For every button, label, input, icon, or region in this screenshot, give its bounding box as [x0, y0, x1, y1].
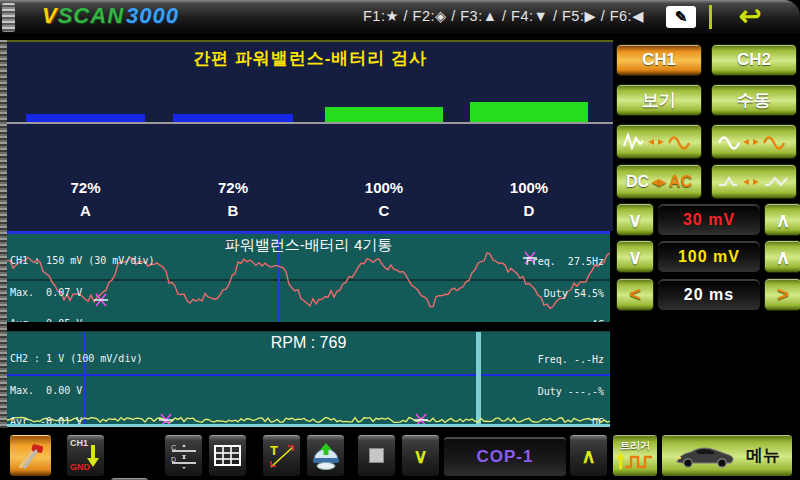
ch2-duty: Duty ---.-%: [538, 387, 604, 398]
logo-model: 3000: [126, 3, 179, 28]
manual-label: 수동: [737, 89, 771, 112]
cursor-lines-button[interactable]: C D: [164, 434, 203, 477]
svg-text:T: T: [270, 443, 278, 458]
mode-value: COP-1: [477, 447, 534, 467]
edit-button[interactable]: ✎: [666, 6, 696, 28]
bezel-hinge: [2, 3, 15, 32]
chevron-down-icon: ∨: [413, 444, 428, 468]
ch2-avr: Avr. -0.01 V: [10, 417, 142, 427]
ch1-freq: Freq. 27.5Hz: [526, 257, 604, 268]
view-label: 보기: [642, 89, 676, 112]
cylinder-percent-A: 72%: [26, 179, 146, 196]
trigger-label: 트리거: [620, 440, 650, 451]
scope-control-sidebar: CH1 CH2 보기 수동: [613, 40, 800, 325]
timebase-left-button[interactable]: <: [616, 278, 654, 311]
cylinder-bar-C: [325, 107, 443, 122]
mode-up-button[interactable]: ∧: [569, 434, 608, 477]
back-button[interactable]: ↩: [728, 0, 772, 32]
sine-to-sine-icon: [716, 131, 792, 153]
chevron-left-icon: <: [629, 283, 641, 306]
noise-to-smooth-wave-button[interactable]: [616, 124, 702, 159]
trigger-slope-button[interactable]: T: [262, 434, 301, 477]
ch1-avr: Avr. 0.05 V: [10, 319, 155, 322]
trigger-wave-icon: [615, 451, 655, 471]
swap-arrows-icon: ◀▶: [652, 177, 666, 187]
stop-square-icon: [369, 448, 384, 463]
ch1-toolbar-label: CH1: [70, 438, 88, 448]
timebase-value: 20 ms: [684, 286, 734, 304]
slope-select-icon: [716, 171, 792, 193]
tools-icon: [16, 441, 46, 471]
svg-text:D: D: [171, 456, 176, 463]
ch2-coupling: DC: [538, 418, 604, 427]
volt-coarse-up-button[interactable]: ∧: [764, 240, 800, 273]
ch1-freq-duty: Freq. 27.5Hz Duty 54.5% AC: [526, 236, 604, 322]
dc-ac-coupling-button[interactable]: DC ◀▶ AC: [616, 164, 702, 199]
grid-toggle-button[interactable]: [208, 434, 247, 477]
sine-to-sine-wave-button[interactable]: [711, 124, 797, 159]
power-balance-panel: 간편 파워밸런스-배터리 검사 72%A72%B100%C100%D: [7, 40, 613, 231]
ch1-select-button[interactable]: CH1: [616, 44, 702, 76]
cylinder-percent-B: 72%: [173, 179, 293, 196]
menu-label: 메뉴: [746, 444, 780, 467]
volt-fine-value: 30 mV: [683, 211, 735, 229]
chevron-down-icon: ∨: [628, 245, 643, 269]
mode-display[interactable]: COP-1: [443, 436, 567, 477]
ch1-select-label: CH1: [642, 50, 676, 70]
ch1-gnd-label: GND: [70, 462, 90, 472]
ch2-select-button[interactable]: CH2: [711, 44, 797, 76]
ch2-range: CH2 : 1 V (100 mV/div): [10, 354, 142, 365]
dc-label: DC: [626, 173, 649, 191]
save-eject-icon: [311, 442, 341, 470]
timebase-display: 20 ms: [657, 278, 761, 311]
chevron-right-icon: >: [777, 283, 789, 306]
chevron-up-icon: ∧: [776, 245, 791, 269]
ch2-readout: CH2 : 1 V (100 mV/div) Max. 0.00 V Avr. …: [10, 333, 142, 427]
slope-select-button[interactable]: [711, 164, 797, 199]
ch1-range: CH1 : 150 mV (30 mV/div): [10, 256, 155, 267]
ch2-freq: Freq. -.-Hz: [538, 355, 604, 366]
ch1-max: Max. 0.07 V: [10, 288, 155, 299]
view-button[interactable]: 보기: [616, 84, 702, 116]
cylinder-percent-D: 100%: [469, 179, 589, 196]
chevron-down-icon: ∨: [628, 208, 643, 232]
tools-button[interactable]: [9, 434, 52, 477]
volt-coarse-down-button[interactable]: ∨: [616, 240, 654, 273]
ac-label: AC: [669, 173, 692, 191]
car-icon: [674, 442, 740, 470]
logo-brand-rest: SCAN: [58, 3, 124, 28]
cylinder-letter-C: C: [324, 202, 444, 219]
ch2-scope-panel: CH2 : 1 V (100 mV/div) Max. 0.00 V Avr. …: [7, 331, 610, 427]
volt-fine-down-button[interactable]: ∨: [616, 203, 654, 236]
ch1-duty: Duty 54.5%: [526, 289, 604, 300]
trigger-slope-icon: T: [268, 443, 296, 469]
title-bar: VSCAN3000 F1:★ / F2:◈ / F3:▲ / F4:▼ / F5…: [0, 0, 800, 36]
noise-to-smooth-icon: [621, 131, 697, 153]
manual-button[interactable]: 수동: [711, 84, 797, 116]
cylinder-bar-D: [470, 102, 588, 122]
test-title: 간편 파워밸런스-배터리 검사: [7, 47, 613, 70]
cylinder-letter-D: D: [469, 202, 589, 219]
stop-button[interactable]: [357, 434, 396, 477]
menu-button[interactable]: 메뉴: [661, 434, 793, 477]
logo-brand-v: V: [42, 3, 58, 28]
bottom-toolbar: CH1 GND CH2 GND C D: [0, 433, 800, 479]
cylinder-bar-B: [173, 114, 293, 122]
mode-down-button[interactable]: ∨: [401, 434, 440, 477]
ch2-max: Max. 0.00 V: [10, 386, 142, 397]
ch1-ground-button[interactable]: CH1 GND: [66, 434, 105, 477]
volt-fine-up-button[interactable]: ∧: [764, 203, 800, 236]
ch2-select-label: CH2: [737, 50, 771, 70]
back-arrow-icon: ↩: [739, 0, 762, 32]
volt-coarse-value: 100 mV: [678, 248, 740, 266]
timebase-right-button[interactable]: >: [764, 278, 800, 311]
cylinder-letter-A: A: [26, 202, 146, 219]
ch1-scope-panel: CH1 : 150 mV (30 mV/div) Max. 0.07 V Avr…: [7, 231, 610, 322]
ch1-coupling: AC: [526, 320, 604, 322]
chevron-up-icon: ∧: [581, 444, 596, 468]
cursor-lines-icon: C D: [170, 443, 198, 469]
save-eject-button[interactable]: [306, 434, 345, 477]
ch1-readout: CH1 : 150 mV (30 mV/div) Max. 0.07 V Avr…: [10, 235, 155, 322]
trigger-button[interactable]: 트리거: [612, 434, 658, 477]
volt-fine-display: 30 mV: [657, 203, 761, 236]
